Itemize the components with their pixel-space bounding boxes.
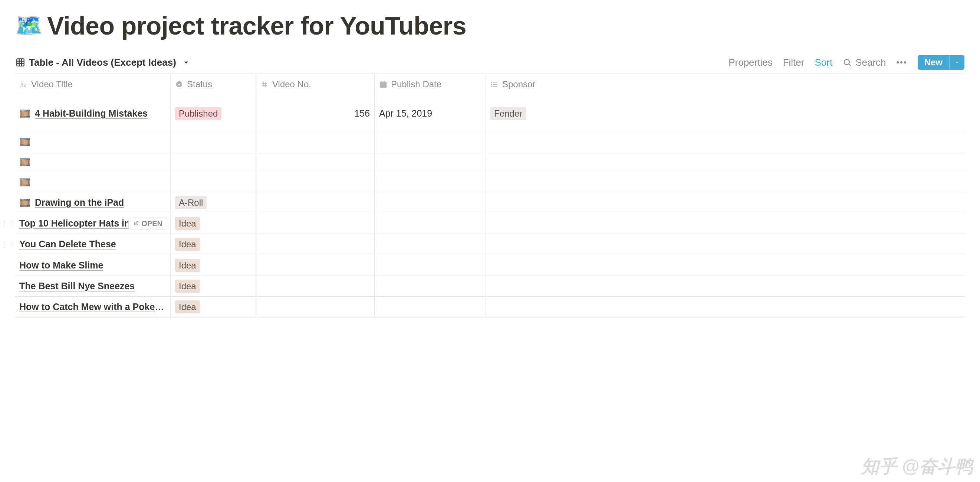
open-label: OPEN: [141, 219, 162, 228]
filter-button[interactable]: Filter: [783, 57, 805, 68]
sponsor-cell[interactable]: Fender: [486, 95, 545, 132]
column-label: Video No.: [272, 79, 311, 89]
date-property-icon: [379, 80, 387, 88]
sponsor-cell[interactable]: [486, 152, 545, 172]
svg-point-20: [492, 82, 492, 83]
title-cell[interactable]: How to Catch Mew with a Poke Ball: [15, 297, 171, 317]
status-cell[interactable]: A-Roll: [171, 192, 256, 213]
table-row[interactable]: The Best Bill Nye SneezesIdea: [15, 276, 965, 297]
publish-date-cell[interactable]: [375, 172, 486, 192]
view-name: Table - All Videos (Except Ideas): [29, 57, 176, 68]
svg-line-11: [263, 82, 263, 87]
new-dropdown-button[interactable]: [949, 55, 964, 70]
sponsor-cell[interactable]: [486, 297, 545, 317]
publish-date-cell[interactable]: [375, 213, 486, 233]
title-cell[interactable]: 🎞️: [15, 132, 171, 152]
video-no-cell[interactable]: [256, 172, 375, 192]
sponsor-cell[interactable]: [486, 192, 545, 213]
column-header-title[interactable]: Aa Video Title: [15, 74, 171, 95]
page-title[interactable]: Video project tracker for YouTubers: [47, 11, 466, 40]
title-cell[interactable]: Top 10 Helicopter Hats in MoviesOPEN: [15, 213, 171, 233]
title-cell[interactable]: How to Make Slime: [15, 255, 171, 276]
title-cell[interactable]: 🎞️Drawing on the iPad: [15, 192, 171, 213]
status-pill: Idea: [175, 259, 200, 272]
video-no-cell[interactable]: [256, 234, 375, 254]
sponsor-cell[interactable]: [486, 172, 545, 192]
video-no-cell[interactable]: [256, 297, 375, 317]
drag-handle-icon[interactable]: ⋮⋮: [2, 240, 16, 249]
page-header: 🗺️ Video project tracker for YouTubers: [15, 11, 965, 40]
more-button[interactable]: •••: [897, 57, 907, 67]
search-button[interactable]: Search: [843, 57, 886, 68]
video-no-cell[interactable]: [256, 132, 375, 152]
drag-handle-icon[interactable]: ⋮⋮: [2, 219, 16, 228]
title-cell[interactable]: 🎞️: [15, 152, 171, 172]
video-no-cell[interactable]: [256, 152, 375, 172]
publish-date-cell[interactable]: [375, 297, 486, 317]
table-row[interactable]: How to Catch Mew with a Poke BallIdea: [15, 297, 965, 318]
select-property-icon: [175, 80, 183, 88]
open-page-button[interactable]: OPEN: [128, 217, 167, 230]
publish-date-cell[interactable]: [375, 234, 486, 254]
publish-date-cell[interactable]: [375, 192, 486, 213]
database-table: Aa Video Title Status Video No. Publish …: [15, 73, 965, 318]
view-switcher[interactable]: Table - All Videos (Except Ideas): [16, 57, 191, 68]
video-no-cell[interactable]: [256, 213, 375, 233]
video-no-cell[interactable]: 156: [256, 95, 375, 132]
column-header-status[interactable]: Status: [171, 74, 256, 95]
table-row[interactable]: 🎞️: [15, 172, 965, 192]
column-header-video-no[interactable]: Video No.: [256, 74, 375, 95]
publish-date-cell[interactable]: [375, 276, 486, 296]
toolbar-right: Properties Filter Sort Search ••• New: [729, 55, 964, 70]
sort-button[interactable]: Sort: [815, 57, 832, 68]
title-cell[interactable]: You Can Delete These: [15, 234, 171, 254]
title-cell[interactable]: The Best Bill Nye Sneezes: [15, 276, 171, 296]
status-cell[interactable]: Idea: [171, 276, 256, 296]
sponsor-cell[interactable]: [486, 255, 545, 276]
page-row-icon: 🎞️: [19, 109, 30, 118]
status-cell[interactable]: [171, 172, 256, 192]
open-icon: [133, 220, 139, 227]
new-button[interactable]: New: [918, 55, 949, 70]
row-title: How to Make Slime: [19, 260, 103, 271]
status-cell[interactable]: [171, 132, 256, 152]
table-row[interactable]: 🎞️Drawing on the iPadA-Roll: [15, 192, 965, 213]
table-row[interactable]: How to Make SlimeIdea: [15, 255, 965, 276]
status-cell[interactable]: [171, 152, 256, 172]
table-body: 🎞️4 Habit-Building MistakesPublished156A…: [15, 95, 965, 318]
table-row[interactable]: ⋮⋮Top 10 Helicopter Hats in MoviesOPENId…: [15, 213, 965, 234]
database-toolbar: Table - All Videos (Except Ideas) Proper…: [15, 55, 965, 70]
publish-date-cell[interactable]: [375, 132, 486, 152]
sponsor-cell[interactable]: [486, 276, 545, 296]
publish-date-cell[interactable]: Apr 15, 2019: [375, 95, 486, 132]
status-cell[interactable]: Idea: [171, 234, 256, 254]
publish-date-cell[interactable]: [375, 152, 486, 172]
table-row[interactable]: 🎞️: [15, 152, 965, 172]
publish-date-cell[interactable]: [375, 255, 486, 276]
properties-button[interactable]: Properties: [729, 57, 773, 68]
status-cell[interactable]: Published: [171, 95, 256, 132]
table-row[interactable]: 🎞️4 Habit-Building MistakesPublished156A…: [15, 95, 965, 132]
video-no-cell[interactable]: [256, 255, 375, 276]
svg-point-5: [844, 59, 850, 65]
sponsor-cell[interactable]: [486, 234, 545, 254]
video-no-cell[interactable]: [256, 192, 375, 213]
page-row-icon: 🎞️: [19, 138, 30, 147]
chevron-down-icon: [954, 59, 960, 65]
status-cell[interactable]: Idea: [171, 297, 256, 317]
sponsor-cell[interactable]: [486, 213, 545, 233]
column-label: Publish Date: [391, 79, 441, 89]
video-no-cell[interactable]: [256, 276, 375, 296]
table-row[interactable]: ⋮⋮You Can Delete TheseIdea: [15, 234, 965, 255]
column-header-sponsor[interactable]: Sponsor: [486, 74, 545, 95]
page-icon[interactable]: 🗺️: [15, 14, 43, 37]
title-cell[interactable]: 🎞️4 Habit-Building Mistakes: [15, 95, 171, 132]
title-cell[interactable]: 🎞️: [15, 172, 171, 192]
new-button-group: New: [918, 55, 964, 70]
row-title: The Best Bill Nye Sneezes: [19, 281, 135, 292]
status-cell[interactable]: Idea: [171, 213, 256, 233]
column-header-publish-date[interactable]: Publish Date: [375, 74, 486, 95]
status-cell[interactable]: Idea: [171, 255, 256, 276]
table-row[interactable]: 🎞️: [15, 132, 965, 152]
sponsor-cell[interactable]: [486, 132, 545, 152]
